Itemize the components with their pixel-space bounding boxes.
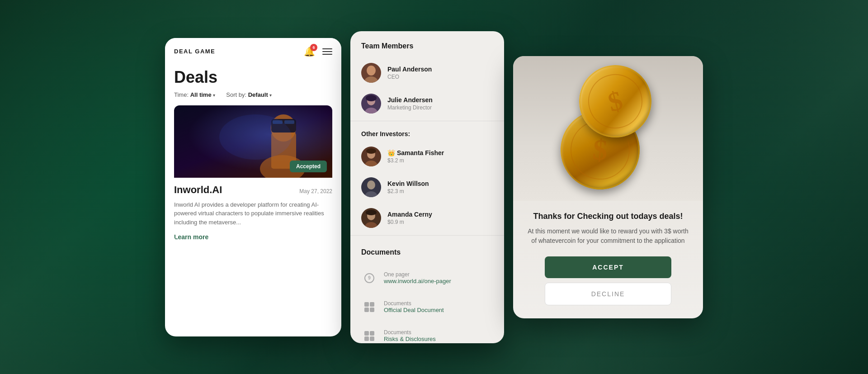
page-title: Deals xyxy=(174,68,332,87)
doc-circle: 9 xyxy=(364,273,374,283)
divider-1 xyxy=(350,121,504,121)
investors-section-title: Other Investors: xyxy=(350,123,504,141)
grid-icon-2 xyxy=(364,331,374,341)
doc-label-official: Documents xyxy=(384,300,444,307)
grid-icon xyxy=(364,302,374,312)
svg-point-8 xyxy=(367,66,376,76)
app-header: DEAL GAME 🔔 6 xyxy=(165,38,341,63)
member-name-julie: Julie Andersen xyxy=(387,96,433,104)
avatar-paul xyxy=(361,63,381,83)
status-badge: Accepted xyxy=(290,161,327,172)
team-member-julie: Julie Andersen Marketing Director xyxy=(350,88,504,119)
svg-point-17 xyxy=(366,148,376,154)
investor-samanta: 👑 Samanta Fisher $3.2 m xyxy=(350,141,504,172)
learn-more-link[interactable]: Learn more xyxy=(174,233,208,241)
time-value[interactable]: All time xyxy=(190,91,212,98)
menu-line-1 xyxy=(322,48,332,49)
time-chevron-icon: ▾ xyxy=(213,93,215,98)
menu-line-2 xyxy=(322,51,332,52)
svg-point-24 xyxy=(366,210,377,215)
deal-name-row: Inworld.AI May 27, 2022 xyxy=(174,184,332,196)
member-name-paul: Paul Anderson xyxy=(387,66,432,73)
team-section-title: Team Members xyxy=(350,31,504,57)
deals-app-panel: DEAL GAME 🔔 6 Deals Time: All time ▾ Sor… xyxy=(165,38,341,336)
svg-rect-5 xyxy=(284,120,294,124)
divider-2 xyxy=(350,235,504,236)
deal-card: Accepted Inworld.AI May 27, 2022 Inworld… xyxy=(174,105,332,241)
avatar-julie xyxy=(361,94,381,114)
member-info-samanta: 👑 Samanta Fisher $3.2 m xyxy=(387,149,444,164)
investor-kevin: Kevin Willson $2.3 m xyxy=(350,172,504,203)
member-role-paul: CEO xyxy=(387,74,432,80)
reward-description: At this moment we would like to reward y… xyxy=(528,227,689,246)
menu-line-3 xyxy=(322,54,332,55)
app-logo: DEAL GAME xyxy=(174,48,215,55)
decline-button[interactable]: DECLINE xyxy=(545,283,671,305)
svg-point-13 xyxy=(366,95,377,101)
member-info-kevin: Kevin Willson $2.3 m xyxy=(387,180,429,194)
deal-name: Inworld.AI xyxy=(174,184,222,196)
member-amount-samanta: $3.2 m xyxy=(387,157,444,164)
deal-image: Accepted xyxy=(174,105,332,178)
doc-item-official: Documents Official Deal Document xyxy=(350,293,504,322)
documents-section-title: Documents xyxy=(350,237,504,264)
notification-badge: 6 xyxy=(310,44,317,51)
doc-link-official[interactable]: Official Deal Document xyxy=(384,307,444,313)
member-name-samanta: 👑 Samanta Fisher xyxy=(387,149,444,156)
reward-modal-panel: Thanks for Checking out todays deals! At… xyxy=(513,56,703,318)
sort-label: Sort by: xyxy=(226,91,246,98)
panel-2-scroll[interactable]: Team Members Paul Anderson CEO xyxy=(350,31,504,343)
member-name-amanda: Amanda Cerny xyxy=(387,211,432,218)
sort-value[interactable]: Default xyxy=(248,91,268,98)
avatar-samanta xyxy=(361,147,381,166)
member-info-paul: Paul Anderson CEO xyxy=(387,66,432,80)
doc-text-onepager: One pager www.inworld.ai/one-pager xyxy=(384,271,451,284)
doc-text-official: Documents Official Deal Document xyxy=(384,300,444,313)
document-circle-icon: 9 xyxy=(361,270,377,286)
team-member-paul: Paul Anderson CEO xyxy=(350,57,504,88)
svg-point-6 xyxy=(219,114,292,160)
doc-link-onepager[interactable]: www.inworld.ai/one-pager xyxy=(384,278,451,284)
coins-section xyxy=(513,56,703,201)
avatar-amanda xyxy=(361,208,381,228)
crown-icon: 👑 xyxy=(387,149,395,156)
deals-content: Deals Time: All time ▾ Sort by: Default … xyxy=(165,63,341,336)
deal-description: Inworld AI provides a developer platform… xyxy=(174,200,332,227)
time-label: Time: xyxy=(174,91,189,98)
member-info-julie: Julie Andersen Marketing Director xyxy=(387,96,433,111)
deal-date: May 27, 2022 xyxy=(299,188,332,194)
member-role-julie: Marketing Director xyxy=(387,104,433,111)
accept-button[interactable]: ACCEPT xyxy=(545,256,671,278)
doc-item-onepager: 9 One pager www.inworld.ai/one-pager xyxy=(350,264,504,293)
svg-point-19 xyxy=(367,180,375,189)
bell-button[interactable]: 🔔 6 xyxy=(304,46,315,57)
reward-content: Thanks for Checking out todays deals! At… xyxy=(513,201,703,318)
time-filter[interactable]: Time: All time ▾ xyxy=(174,91,215,98)
doc-text-risks: Documents Risks & Disclosures xyxy=(384,329,436,342)
header-icons: 🔔 6 xyxy=(304,46,332,57)
hamburger-menu-button[interactable] xyxy=(322,48,332,55)
doc-label-onepager: One pager xyxy=(384,271,451,278)
doc-label-risks: Documents xyxy=(384,329,436,336)
doc-item-risks: Documents Risks & Disclosures xyxy=(350,322,504,343)
member-info-amanda: Amanda Cerny $0.9 m xyxy=(387,211,432,225)
document-grid-icon-1 xyxy=(361,299,377,315)
sort-filter[interactable]: Sort by: Default ▾ xyxy=(226,91,272,98)
doc-link-risks[interactable]: Risks & Disclosures xyxy=(384,336,436,342)
investor-amanda: Amanda Cerny $0.9 m xyxy=(350,203,504,233)
member-amount-kevin: $2.3 m xyxy=(387,188,429,194)
member-name-kevin: Kevin Willson xyxy=(387,180,429,187)
member-amount-amanda: $0.9 m xyxy=(387,219,432,225)
sort-chevron-icon: ▾ xyxy=(269,93,272,98)
team-documents-panel: Team Members Paul Anderson CEO xyxy=(350,31,504,343)
reward-title: Thanks for Checking out todays deals! xyxy=(533,212,683,221)
deal-info: Inworld.AI May 27, 2022 Inworld AI provi… xyxy=(174,178,332,241)
avatar-kevin xyxy=(361,177,381,197)
document-grid-icon-2 xyxy=(361,328,377,343)
deals-filters: Time: All time ▾ Sort by: Default ▾ xyxy=(174,91,332,98)
